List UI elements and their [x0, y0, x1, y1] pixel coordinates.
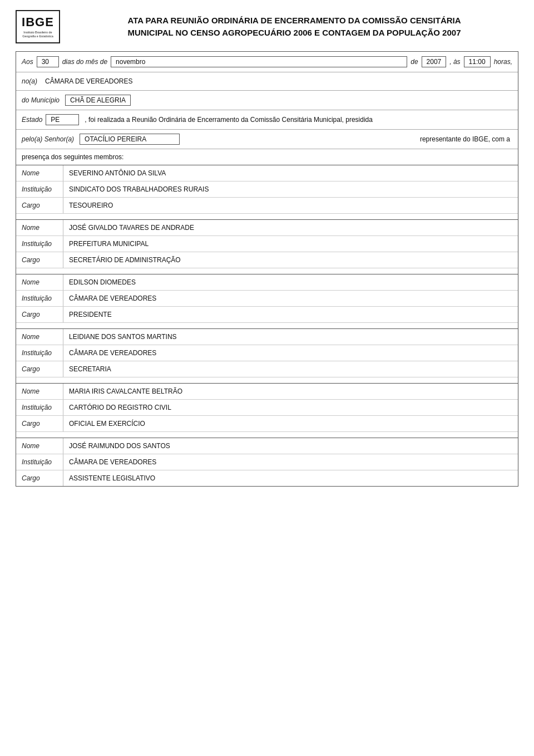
member-row-cargo-4: Cargo SECRETARIA [16, 361, 518, 377]
members-container: Nome SEVERINO ANTÔNIO DA SILVA Instituiç… [16, 165, 518, 486]
row-estado: Estado PE , foi realizada a Reunião Ordi… [16, 110, 518, 130]
member-row-cargo-5: Cargo OFICIAL EM EXERCÍCIO [16, 416, 518, 432]
label-nome-2: Nome [16, 220, 63, 235]
value-inst-3: CÂMARA DE VEREADORES [63, 291, 518, 306]
label-nome-6: Nome [16, 438, 63, 454]
member-row-inst-4: Instituição CÂMARA DE VEREADORES [16, 345, 518, 361]
logo-area: IBGE Instituto Brasileiro de Geografia e… [16, 10, 60, 43]
label-cargo-3: Cargo [16, 307, 63, 322]
value-nome-6: JOSÉ RAIMUNDO DOS SANTOS [63, 438, 518, 454]
label-cargo-2: Cargo [16, 252, 63, 268]
member-row-nome-2: Nome JOSÉ GIVALDO TAVARES DE ANDRADE [16, 220, 518, 236]
member-row-nome-4: Nome LEIDIANE DOS SANTOS MARTINS [16, 329, 518, 345]
label-nome-3: Nome [16, 274, 63, 290]
value-municipality: CHÃ DE ALEGRIA [65, 95, 131, 106]
label-inst-5: Instituição [16, 400, 63, 415]
value-cargo-5: OFICIAL EM EXERCÍCIO [63, 416, 518, 431]
logo-box: IBGE Instituto Brasileiro de Geografia e… [16, 10, 60, 43]
value-state: PE [46, 114, 79, 125]
value-cargo-6: ASSISTENTE LEGISLATIVO [63, 470, 518, 486]
main-title-line1: ATA PARA REUNIÃO ORDINÁRIA DE ENCERRAMEN… [70, 14, 518, 27]
label-estado: Estado [22, 116, 42, 124]
member-row-cargo-1: Cargo TESOUREIRO [16, 198, 518, 214]
value-nome-2: JOSÉ GIVALDO TAVARES DE ANDRADE [63, 220, 518, 235]
value-institution: CÂMARA DE VEREADORES [43, 76, 135, 86]
member-row-nome-6: Nome JOSÉ RAIMUNDO DOS SANTOS [16, 438, 518, 454]
member-row-cargo-2: Cargo SECRETÁRIO DE ADMINISTRAÇÃO [16, 252, 518, 268]
logo-subtitle: Instituto Brasileiro de Geografia e Esta… [19, 31, 57, 38]
value-president: OTACÍLIO PEREIRA [80, 134, 180, 145]
label-nome-1: Nome [16, 165, 63, 181]
label-horas: horas, [494, 58, 512, 66]
value-cargo-2: SECRETÁRIO DE ADMINISTRAÇÃO [63, 252, 518, 268]
value-cargo-4: SECRETARIA [63, 361, 518, 377]
form-container: Aos 30 dias do mês de novembro de 2007 ,… [16, 51, 518, 487]
label-presenca: presença dos seguintes membros: [22, 153, 123, 161]
member-row-cargo-3: Cargo PRESIDENTE [16, 307, 518, 323]
value-nome-4: LEIDIANE DOS SANTOS MARTINS [63, 329, 518, 345]
value-nome-1: SEVERINO ANTÔNIO DA SILVA [63, 165, 518, 181]
member-row-inst-1: Instituição SINDICATO DOS TRABALHADORES … [16, 181, 518, 198]
member-block-5: Nome MARIA IRIS CAVALCANTE BELTRÃO Insti… [16, 384, 518, 438]
label-cargo-4: Cargo [16, 361, 63, 377]
member-row-nome-1: Nome SEVERINO ANTÔNIO DA SILVA [16, 165, 518, 181]
member-row-nome-3: Nome EDILSON DIOMEDES [16, 274, 518, 291]
header: IBGE Instituto Brasileiro de Geografia e… [16, 10, 518, 43]
row-pelo: pelo(a) Senhor(a) OTACÍLIO PEREIRA repre… [16, 130, 518, 149]
value-day: 30 [37, 56, 59, 67]
value-state-text: , foi realizada a Reunião Ordinária de E… [82, 115, 512, 125]
label-dias: dias do mês de [62, 58, 107, 66]
label-noa: no(a) [22, 77, 37, 85]
label-pelo: pelo(a) Senhor(a) [22, 135, 74, 143]
row-aos: Aos 30 dias do mês de novembro de 2007 ,… [16, 52, 518, 72]
member-block-6: Nome JOSÉ RAIMUNDO DOS SANTOS Instituiçã… [16, 438, 518, 486]
member-row-inst-2: Instituição PREFEITURA MUNICIPAL [16, 236, 518, 252]
value-month: novembro [111, 56, 407, 67]
value-representante: representante do IBGE, com a [418, 134, 512, 144]
logo-ibge-text: IBGE [22, 15, 54, 30]
member-block-1: Nome SEVERINO ANTÔNIO DA SILVA Instituiç… [16, 165, 518, 220]
member-block-3: Nome EDILSON DIOMEDES Instituição CÂMARA… [16, 274, 518, 329]
value-year: 2007 [422, 56, 447, 67]
value-inst-4: CÂMARA DE VEREADORES [63, 345, 518, 361]
label-de: de [411, 58, 418, 66]
member-block-2: Nome JOSÉ GIVALDO TAVARES DE ANDRADE Ins… [16, 220, 518, 274]
value-nome-3: EDILSON DIOMEDES [63, 274, 518, 290]
label-inst-1: Instituição [16, 181, 63, 197]
label-inst-6: Instituição [16, 454, 63, 470]
value-inst-5: CARTÓRIO DO REGISTRO CIVIL [63, 400, 518, 415]
value-inst-1: SINDICATO DOS TRABALHADORES RURAIS [63, 181, 518, 197]
member-row-cargo-6: Cargo ASSISTENTE LEGISLATIVO [16, 470, 518, 486]
member-row-inst-3: Instituição CÂMARA DE VEREADORES [16, 291, 518, 307]
label-cargo-5: Cargo [16, 416, 63, 431]
member-row-inst-6: Instituição CÂMARA DE VEREADORES [16, 454, 518, 470]
label-nome-5: Nome [16, 384, 63, 399]
page: IBGE Instituto Brasileiro de Geografia e… [0, 0, 534, 756]
label-municipio: do Município [22, 96, 60, 104]
value-cargo-3: PRESIDENTE [63, 307, 518, 322]
member-block-4: Nome LEIDIANE DOS SANTOS MARTINS Institu… [16, 329, 518, 384]
label-nome-4: Nome [16, 329, 63, 345]
member-row-inst-5: Instituição CARTÓRIO DO REGISTRO CIVIL [16, 400, 518, 416]
value-cargo-1: TESOUREIRO [63, 198, 518, 213]
row-municipio: do Município CHÃ DE ALEGRIA [16, 91, 518, 110]
value-time: 11:00 [464, 56, 491, 67]
label-inst-3: Instituição [16, 291, 63, 306]
main-title-line2: MUNICIPAL NO CENSO AGROPECUÁRIO 2006 E C… [70, 27, 518, 40]
value-inst-2: PREFEITURA MUNICIPAL [63, 236, 518, 252]
member-row-nome-5: Nome MARIA IRIS CAVALCANTE BELTRÃO [16, 384, 518, 400]
label-aos: Aos [22, 58, 33, 66]
value-nome-5: MARIA IRIS CAVALCANTE BELTRÃO [63, 384, 518, 399]
label-cargo-1: Cargo [16, 198, 63, 213]
label-inst-2: Instituição [16, 236, 63, 252]
label-as: , às [449, 58, 460, 66]
row-noa: no(a) CÂMARA DE VEREADORES [16, 72, 518, 91]
main-title: ATA PARA REUNIÃO ORDINÁRIA DE ENCERRAMEN… [70, 14, 518, 40]
value-inst-6: CÂMARA DE VEREADORES [63, 454, 518, 470]
row-presenca: presença dos seguintes membros: [16, 149, 518, 165]
label-cargo-6: Cargo [16, 470, 63, 486]
label-inst-4: Instituição [16, 345, 63, 361]
